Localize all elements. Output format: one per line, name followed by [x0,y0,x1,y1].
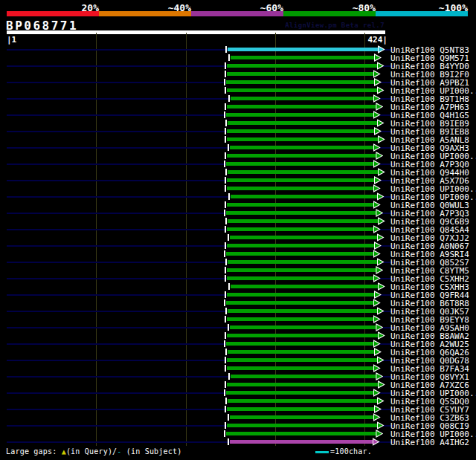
hit-bar [227,424,379,427]
hit-bar [227,137,379,141]
hit-label: UniRef100_Q84SA4 [390,226,476,234]
subject-gap-text: (in Subject) [122,447,182,456]
hit-arrow-icon [376,103,383,111]
row-start-tick [225,62,226,69]
hit-arrow-icon [378,217,385,225]
hit-arrow-fill [375,243,380,248]
hit-arrow-fill [374,415,379,420]
hit-arrow-icon [374,78,382,86]
hit-arrow-icon [378,45,385,54]
hit-arrow-fill [375,292,380,297]
hit-arrow-icon [377,62,385,70]
hit-arrow-fill [375,80,380,85]
hit-arrow-icon [377,192,385,201]
hit-label: UniRef100_A7PH63 [390,103,476,111]
hit-arrow-icon [377,397,385,405]
hit-arrow-fill [376,325,382,330]
hit-arrow-fill [379,47,384,52]
hit-bar [227,383,379,386]
row-start-tick [224,430,225,437]
row-start-tick [228,54,230,61]
gap-legend: Large gaps: ▲(in Query)/- (in Subject) [6,447,181,456]
hit-label: UniRef100_UPI000.. [390,152,476,161]
hit-arrow-fill [374,202,379,207]
hit-arrow-fill [374,390,379,395]
hit-bar [230,146,375,149]
hit-bar [226,432,378,435]
hit-arrow-fill [376,210,382,216]
hit-arrow-fill [378,88,383,93]
row-start-tick [224,340,225,347]
row-start-tick [225,406,226,412]
hit-arrow-icon [377,119,385,127]
hit-bar [228,309,378,313]
hit-label: UniRef100_B9EYY8 [390,316,476,324]
hit-arrow-fill [373,439,379,444]
hit-label: UniRef100_A2WU25 [390,340,476,349]
hit-arrow-fill [375,406,380,412]
hit-arrow-icon [377,233,385,242]
hit-bar [226,80,376,84]
hit-arrow-icon [377,258,385,266]
hit-arrow-fill [379,382,384,387]
hit-arrow-icon [373,315,381,323]
hit-bar [231,285,379,288]
gridline [96,33,97,446]
row-start-tick [228,234,229,241]
hit-bar [226,113,375,117]
hit-arrow-icon [374,348,382,356]
hit-arrow-fill [376,374,382,379]
row-start-tick [228,438,229,445]
hit-arrow-icon [376,323,383,331]
hit-bar [230,236,379,239]
hit-arrow-icon [377,421,385,430]
hit-arrow-icon [374,405,382,413]
hit-arrow-icon [378,331,385,340]
scale-segment [99,11,191,16]
hit-arrow-icon [376,372,383,380]
row-start-tick [228,283,230,290]
hit-arrow-fill [374,227,379,232]
hit-bar [227,72,375,76]
hit-arrow-icon [373,160,381,168]
hit-arrow-fill [378,357,383,363]
hit-arrow-icon [376,152,383,160]
hit-label: UniRef100_UPI000.. [390,430,476,438]
hit-label: UniRef100_Q0JK57 [390,308,476,316]
row-start-tick [225,349,227,355]
hit-arrow-fill [374,276,379,281]
row-start-tick [225,422,226,429]
hit-arrow-fill [378,120,383,126]
hit-bar [227,187,375,190]
hit-label: UniRef100_C5YUY7 [390,406,476,414]
row-start-tick [224,299,225,306]
row-start-tick [225,87,226,94]
hit-bar [231,56,376,59]
scale-segment [376,11,468,16]
hit-arrow-fill [379,218,384,224]
query-bar [7,30,385,34]
row-start-tick [225,398,227,404]
hit-arrow-fill [378,259,383,265]
hit-arrow-fill [376,431,382,436]
row-start-tick [225,177,226,184]
hit-bar [231,97,375,100]
row-start-tick [225,316,226,323]
hit-arrow-fill [374,317,379,322]
hit-label: UniRef100_A9SAH0 [390,324,476,332]
hit-arrow-icon [378,168,385,176]
hit-label: UniRef100_Q944H0 [390,169,476,177]
hit-bar [227,105,377,108]
hit-arrow-icon [373,340,381,348]
row-start-tick [228,373,230,380]
row-start-tick [225,136,226,143]
hit-arrow-icon [377,356,385,364]
hit-label: UniRef100_UPI000.. [390,193,476,201]
hit-arrow-fill [374,112,379,117]
row-start-tick [224,79,225,85]
hit-bar [227,203,375,207]
hit-arrow-icon [373,438,380,446]
row-start-tick [225,275,226,282]
row-start-tick [228,324,229,331]
hit-bar [228,219,379,223]
